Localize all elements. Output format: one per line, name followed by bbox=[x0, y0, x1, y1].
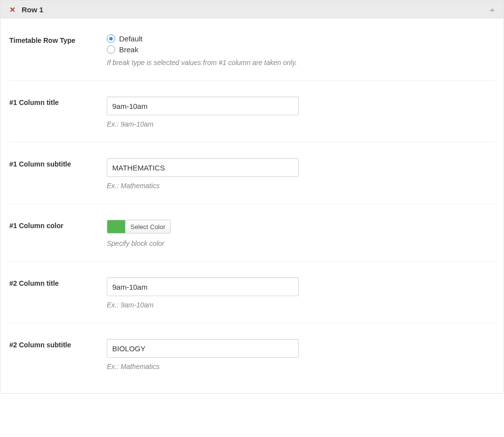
field-col1-title: #1 Column title Ex.: 9am-10am bbox=[9, 81, 495, 142]
collapse-icon[interactable] bbox=[490, 8, 495, 11]
color-button-label: Select Color bbox=[125, 220, 170, 233]
col1-title-helper: Ex.: 9am-10am bbox=[107, 120, 495, 128]
col1-subtitle-helper: Ex.: Mathematics bbox=[107, 182, 495, 190]
panel-title: Row 1 bbox=[22, 5, 43, 14]
col1-color-helper: Specify block color bbox=[107, 239, 495, 247]
panel-body: Timetable Row Type Default Break If brea… bbox=[0, 19, 504, 393]
col2-subtitle-label: #2 Column subtitle bbox=[9, 339, 107, 370]
col1-subtitle-input[interactable] bbox=[107, 158, 299, 177]
col2-subtitle-content: Ex.: Mathematics bbox=[107, 339, 495, 370]
col1-title-input[interactable] bbox=[107, 97, 299, 115]
row-type-content: Default Break If break type is selected … bbox=[107, 34, 495, 67]
col2-title-content: Ex.: 9am-10am bbox=[107, 277, 495, 309]
col1-subtitle-content: Ex.: Mathematics bbox=[107, 158, 495, 190]
col1-subtitle-label: #1 Column subtitle bbox=[9, 158, 107, 190]
row-type-radio-group: Default Break bbox=[107, 34, 495, 54]
col1-title-label: #1 Column title bbox=[9, 97, 107, 128]
col1-color-content: Select Color Specify block color bbox=[107, 220, 495, 247]
field-row-type: Timetable Row Type Default Break If brea… bbox=[9, 19, 495, 81]
close-icon[interactable]: ✕ bbox=[9, 6, 16, 13]
panel-header: ✕ Row 1 bbox=[0, 0, 504, 19]
field-col2-subtitle: #2 Column subtitle Ex.: Mathematics bbox=[9, 323, 495, 384]
field-col1-subtitle: #1 Column subtitle Ex.: Mathematics bbox=[9, 142, 495, 204]
row-type-helper: If break type is selected values from #1… bbox=[107, 59, 495, 67]
color-swatch bbox=[107, 220, 125, 233]
radio-option-default[interactable]: Default bbox=[107, 34, 495, 43]
col2-subtitle-helper: Ex.: Mathematics bbox=[107, 363, 495, 370]
col1-color-label: #1 Column color bbox=[9, 220, 107, 247]
radio-icon bbox=[107, 34, 115, 43]
color-picker-button[interactable]: Select Color bbox=[107, 220, 171, 234]
col2-title-helper: Ex.: 9am-10am bbox=[107, 301, 495, 309]
col1-title-content: Ex.: 9am-10am bbox=[107, 97, 495, 128]
col2-title-input[interactable] bbox=[107, 277, 299, 296]
col2-subtitle-input[interactable] bbox=[107, 339, 299, 358]
row-type-label: Timetable Row Type bbox=[9, 34, 107, 67]
radio-label: Default bbox=[119, 34, 143, 43]
row-panel: ✕ Row 1 Timetable Row Type Default Break bbox=[0, 0, 504, 394]
radio-label: Break bbox=[119, 45, 138, 54]
field-col1-color: #1 Column color Select Color Specify blo… bbox=[9, 204, 495, 262]
radio-option-break[interactable]: Break bbox=[107, 45, 495, 54]
radio-icon bbox=[107, 45, 115, 54]
col2-title-label: #2 Column title bbox=[9, 277, 107, 309]
field-col2-title: #2 Column title Ex.: 9am-10am bbox=[9, 262, 495, 323]
